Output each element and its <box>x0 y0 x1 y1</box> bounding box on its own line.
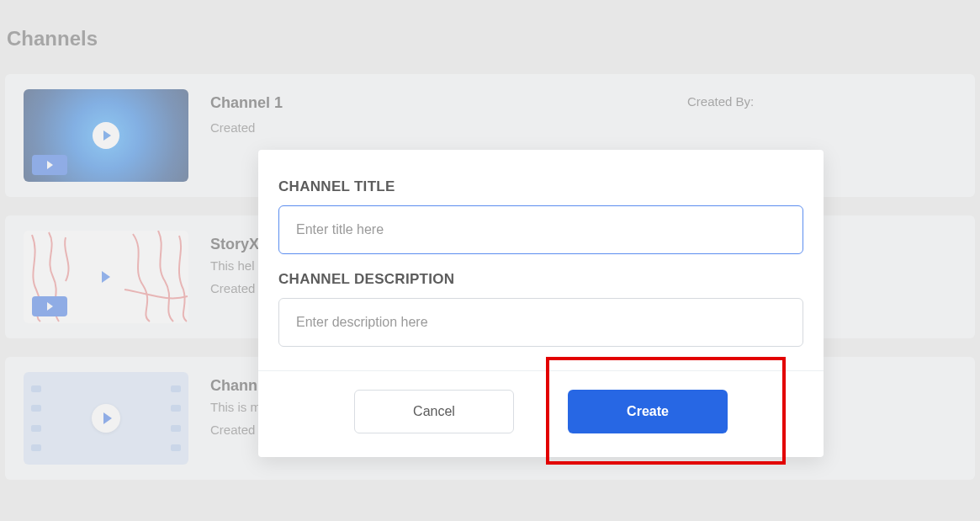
channel-title: Channel 1 <box>210 94 687 112</box>
create-channel-modal: CHANNEL TITLE CHANNEL DESCRIPTION Cancel… <box>258 150 824 457</box>
create-button[interactable]: Create <box>568 390 728 433</box>
filmstrip-icon <box>167 372 185 465</box>
channel-description-input[interactable] <box>278 298 803 347</box>
channel-thumbnail[interactable] <box>24 89 188 182</box>
channel-thumbnail[interactable] <box>24 231 188 323</box>
channel-description-label: CHANNEL DESCRIPTION <box>278 271 803 288</box>
play-badge-icon <box>32 155 67 175</box>
play-icon <box>102 271 110 283</box>
play-icon <box>92 404 120 433</box>
created-by-label: Created By: <box>687 94 956 109</box>
channel-title-input[interactable] <box>278 205 803 254</box>
modal-actions: Cancel Create <box>278 371 803 457</box>
filmstrip-icon <box>27 372 45 465</box>
channel-created: Created <box>210 120 687 135</box>
play-badge-icon <box>32 296 67 316</box>
play-icon <box>93 122 119 149</box>
channel-thumbnail[interactable] <box>24 372 188 465</box>
channel-title-label: CHANNEL TITLE <box>278 178 803 195</box>
cancel-button[interactable]: Cancel <box>354 390 514 433</box>
page-title: Channels <box>0 0 980 51</box>
